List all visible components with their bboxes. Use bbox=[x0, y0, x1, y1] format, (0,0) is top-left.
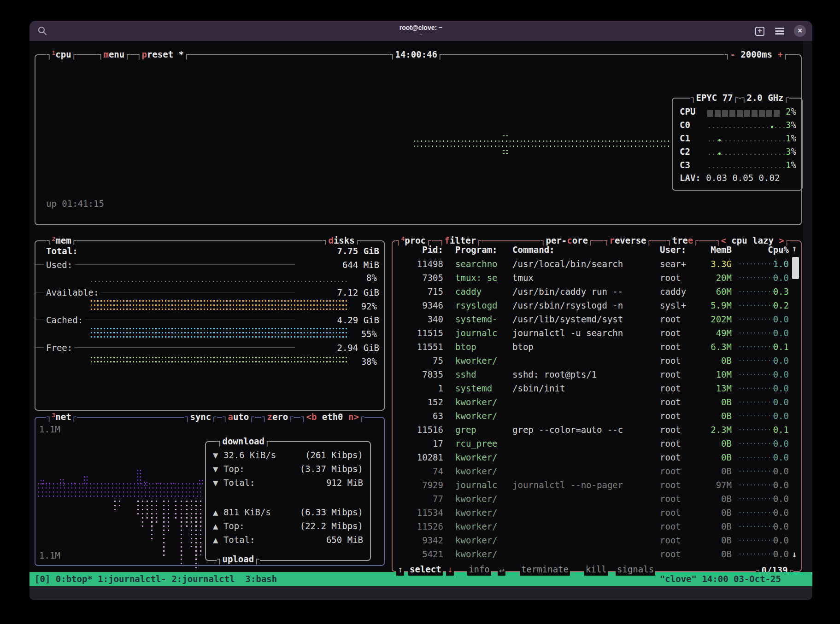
proc-mem: 5.9M bbox=[672, 298, 732, 312]
proc-pid: 9346 bbox=[395, 298, 443, 312]
table-row[interactable]: 7835sshdsshd: root@pts/1root10M0.0 bbox=[392, 367, 793, 381]
table-row[interactable]: 11516grepgrep --color=auto --croot2.3M0.… bbox=[392, 423, 793, 437]
net-auto-toggle[interactable]: auto bbox=[222, 411, 255, 423]
col-program[interactable]: Program: bbox=[455, 243, 498, 256]
proc-mem: 20M bbox=[672, 271, 732, 285]
table-row[interactable]: 17rcu_preeroot0B0.0 bbox=[392, 437, 793, 450]
table-row[interactable]: 5421kworker/root0B0.0 bbox=[392, 547, 793, 561]
table-row[interactable]: 9346rsyslogd/usr/sbin/rsyslogd -nsysl+5.… bbox=[392, 298, 793, 312]
mem-meter-free bbox=[90, 356, 348, 364]
proc-cpu: 0.0 bbox=[758, 464, 789, 478]
table-row[interactable]: 11534kworker/root0B0.0 bbox=[392, 506, 793, 519]
table-row[interactable]: 9342kworker/root0B0.0 bbox=[392, 533, 793, 547]
proc-pid: 11516 bbox=[395, 423, 443, 437]
new-tab-button[interactable]: + bbox=[753, 25, 765, 37]
mem-label-cached: Cached: bbox=[44, 314, 85, 327]
table-row[interactable]: 340systemd-/usr/lib/systemd/systroot202M… bbox=[392, 312, 793, 326]
load-average: LAV: 0.03 0.05 0.02 bbox=[680, 171, 780, 184]
proc-command: /usr/bin/caddy run -- bbox=[512, 285, 623, 298]
table-row[interactable]: 77kworker/root0B0.0 bbox=[392, 492, 793, 506]
cpu-row-label-c0: C0 bbox=[680, 118, 690, 131]
desktop-background: root@clove: ~ ~ + × 1cpu menu preset * 1… bbox=[0, 0, 840, 624]
cpu-graph-spike2 bbox=[502, 149, 509, 155]
proc-cpu: 0.0 bbox=[758, 437, 789, 450]
tmux-window-list[interactable]: [0] 0:btop* 1:journalctl- 2:journalctl 3… bbox=[35, 572, 277, 586]
menu-control[interactable]: menu bbox=[98, 48, 130, 60]
proc-scrollbar-thumb[interactable] bbox=[792, 257, 799, 279]
clock: 14:00:46 bbox=[389, 48, 443, 60]
proc-cpu: 0.0 bbox=[758, 492, 789, 506]
table-row[interactable]: 63kworker/root0B0.0 bbox=[392, 409, 793, 423]
net-upload-column bbox=[113, 499, 117, 513]
proc-pid: 17 bbox=[395, 437, 443, 450]
preset-control[interactable]: preset * bbox=[136, 48, 189, 60]
proc-mem: 10M bbox=[672, 367, 732, 381]
table-row[interactable]: 11498searchno/usr/local/bin/searchsear+3… bbox=[392, 257, 793, 271]
mem-label-available: Available: bbox=[44, 286, 101, 299]
proc-pid: 10281 bbox=[395, 450, 443, 464]
cpu-history-graph-row2 bbox=[412, 145, 670, 148]
net-upload-column bbox=[185, 499, 189, 529]
col-memb[interactable]: MemB bbox=[676, 243, 732, 256]
proc-program: btop bbox=[455, 340, 476, 354]
net-sync-toggle[interactable]: sync bbox=[184, 411, 217, 423]
table-row[interactable]: 11551btopbtoproot6.3M0.1 bbox=[392, 340, 793, 354]
terminate-button[interactable]: terminate bbox=[520, 563, 570, 576]
net-download-spike bbox=[157, 482, 161, 485]
net-upload-column bbox=[194, 499, 198, 568]
proc-pid: 1 bbox=[395, 381, 443, 395]
menu-button[interactable] bbox=[774, 25, 786, 37]
table-row[interactable]: 10281kworker/root0B0.0 bbox=[392, 450, 793, 464]
table-row[interactable]: 152kworker/root0B0.0 bbox=[392, 395, 793, 409]
net-zero-toggle[interactable]: zero bbox=[261, 411, 294, 423]
net-upload-column bbox=[150, 499, 154, 542]
mem-meter-available bbox=[90, 299, 348, 311]
proc-mem: 0B bbox=[672, 395, 732, 409]
scroll-up-icon[interactable]: ↑ bbox=[792, 243, 797, 253]
net-interface-selector[interactable]: <b eth0 n> bbox=[300, 411, 364, 423]
net-upload-column bbox=[136, 499, 140, 515]
net-box-title[interactable]: 3net bbox=[46, 411, 77, 423]
download-speed-bits: (261 Kibps) bbox=[272, 449, 363, 461]
table-row[interactable]: 1systemd/sbin/initroot13M0.0 bbox=[392, 381, 793, 395]
signals-button[interactable]: signals bbox=[616, 563, 655, 576]
download-total-row: ▼ Total: bbox=[213, 476, 255, 489]
cpu-core-dot bbox=[718, 152, 721, 155]
proc-program: kworker/ bbox=[455, 409, 498, 423]
table-row[interactable]: 7305tmux: setmuxroot20M0.0 bbox=[392, 271, 793, 285]
table-row[interactable]: 7929journalcjournalctl --no-pagerroot97M… bbox=[392, 478, 793, 492]
col-command[interactable]: Command: bbox=[512, 243, 555, 256]
mem-label-free: Free: bbox=[44, 341, 75, 354]
net-scale-top: 1.1M bbox=[39, 423, 60, 436]
cpu-row-pct: 1% bbox=[756, 132, 796, 145]
proc-command: /usr/local/bin/search bbox=[512, 257, 623, 271]
tmux-session-info: "clove" 14:00 03-Oct-25 bbox=[660, 572, 781, 586]
table-row[interactable]: 11515journalcjournalctl -u searchnroot49… bbox=[392, 326, 793, 340]
proc-cpu: 0.0 bbox=[758, 312, 789, 326]
terminal-right-gutter bbox=[803, 41, 812, 572]
table-row[interactable]: 74kworker/root0B0.0 bbox=[392, 464, 793, 478]
titlebar[interactable]: root@clove: ~ ~ + × bbox=[29, 21, 812, 41]
kill-button[interactable]: kill bbox=[584, 563, 608, 576]
close-button[interactable]: × bbox=[794, 25, 806, 37]
select-button[interactable]: select bbox=[408, 563, 443, 576]
net-download-spike bbox=[198, 479, 203, 486]
cpu-row-label-cpu: CPU bbox=[680, 105, 695, 118]
proc-reverse-toggle[interactable]: reverse bbox=[604, 234, 652, 246]
proc-program: journalc bbox=[455, 326, 498, 340]
cpu-box-title[interactable]: 1cpu bbox=[46, 48, 77, 60]
table-row[interactable]: 11526kworker/root0B0.0 bbox=[392, 519, 793, 533]
update-interval-control[interactable]: - 2000ms + bbox=[724, 48, 788, 60]
up-arrow-icon: ▲ bbox=[213, 507, 218, 517]
col-pid[interactable]: Pid: bbox=[395, 243, 443, 256]
proc-mem: 3.3G bbox=[672, 257, 732, 271]
mem-value: 4.29 GiB bbox=[295, 314, 382, 327]
table-row[interactable]: 715caddy/usr/bin/caddy run --caddy60M0.3 bbox=[392, 285, 793, 298]
info-button[interactable]: info bbox=[467, 563, 491, 576]
proc-mem: 97M bbox=[672, 478, 732, 492]
col-cpu[interactable]: Cpu% bbox=[757, 243, 789, 256]
net-upload-column bbox=[174, 499, 178, 519]
proc-pid: 340 bbox=[395, 312, 443, 326]
proc-table: 11498searchno/usr/local/bin/searchsear+3… bbox=[392, 257, 793, 561]
table-row[interactable]: 75kworker/root0B0.0 bbox=[392, 354, 793, 367]
